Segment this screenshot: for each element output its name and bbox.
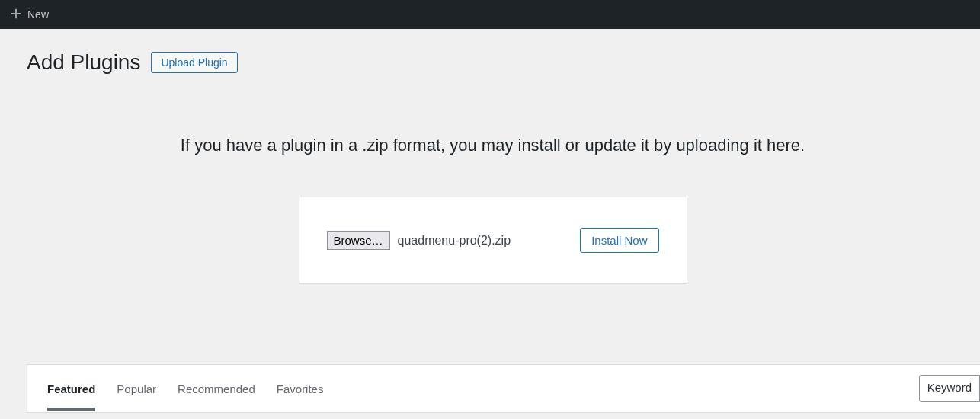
selected-file-name: quadmenu-pro(2).zip [398, 234, 511, 248]
file-input-group: Browse… quadmenu-pro(2).zip [327, 231, 511, 250]
plus-icon [9, 7, 23, 23]
tab-favorites[interactable]: Favorites [277, 367, 324, 411]
page-header: Add Plugins Upload Plugin [5, 29, 980, 90]
tab-popular[interactable]: Popular [117, 367, 156, 411]
admin-bar-new-label: New [27, 8, 49, 21]
browse-button[interactable]: Browse… [327, 231, 390, 250]
search-type-select[interactable]: Keyword [919, 375, 980, 402]
page-title: Add Plugins [27, 50, 140, 75]
tab-recommended[interactable]: Recommended [178, 367, 255, 411]
admin-bar-new[interactable]: New [5, 7, 53, 23]
tab-featured[interactable]: Featured [47, 367, 95, 411]
main-content: Add Plugins Upload Plugin If you have a … [5, 29, 980, 413]
install-now-button[interactable]: Install Now [580, 228, 658, 253]
admin-bar: New [0, 0, 980, 29]
upload-form: Browse… quadmenu-pro(2).zip Install Now [299, 197, 687, 284]
upload-description: If you have a plugin in a .zip format, y… [5, 136, 980, 155]
filter-bar: Featured Popular Recommended Favorites K… [27, 364, 980, 413]
filter-tabs: Featured Popular Recommended Favorites [27, 367, 323, 411]
upload-plugin-button[interactable]: Upload Plugin [151, 52, 237, 73]
